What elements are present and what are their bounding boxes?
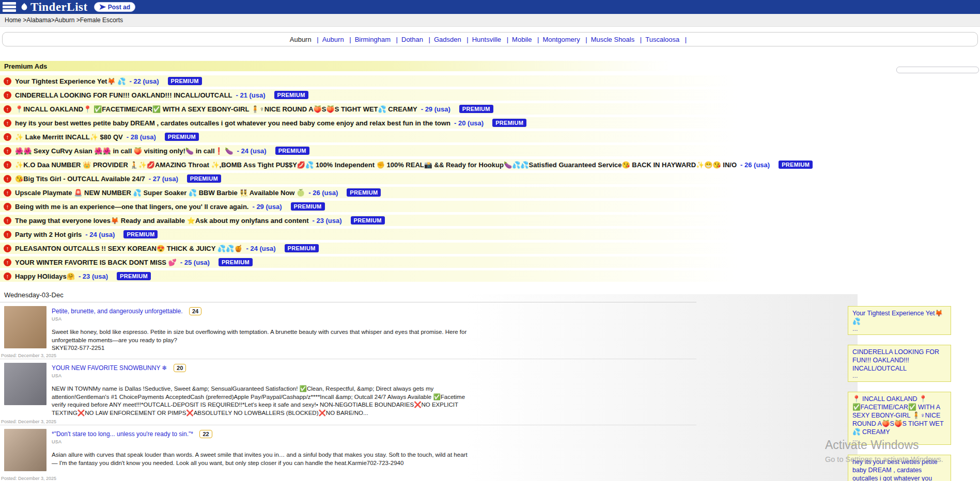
premium-badge: PREMIUM — [492, 119, 526, 127]
city-item: Gadsden | — [434, 36, 472, 43]
premium-ad-row[interactable]: ↑ YOUR WINTER FAVORITE IS BACK DONT MISS… — [0, 256, 806, 268]
premium-ad-row[interactable]: ↑ 😘Big Tits Girl - OUTCALL Available 24/… — [0, 173, 806, 184]
premium-ad-age: - 23 (usa) — [79, 272, 108, 280]
listing-contact: SKYE702-577-2251 — [52, 345, 473, 351]
bump-up-icon: ↑ — [4, 189, 11, 197]
bump-up-icon: ↑ — [4, 272, 11, 280]
premium-ad-age: - 24 (usa) — [246, 245, 275, 252]
city-separator: | — [349, 36, 351, 43]
premium-ad-row[interactable]: ↑ 🌺🌺 Sexy CuRvy Asian 🌺🌺 in call 🍑 visit… — [0, 145, 806, 156]
listing-thumbnail[interactable] — [4, 363, 46, 405]
listing-item: *"Don't stare too long... unless you're … — [0, 425, 696, 481]
bump-up-icon: ↑ — [4, 119, 11, 127]
city-link[interactable]: Auburn — [290, 36, 312, 43]
premium-ad-title[interactable]: ✨K.O Daa NUMBER 👑 PROVIDER 🧎✨💋AMAZING Th… — [15, 161, 737, 169]
premium-ad-row[interactable]: ↑ Being with me is an experience—one tha… — [0, 201, 806, 212]
sidebar-ad-ellipsis: ... — [852, 326, 946, 333]
premium-ad-title[interactable]: Upscale Playmate 🚨 NEW NUMBER 💦 Super So… — [15, 189, 305, 197]
city-link[interactable]: Montgomery — [542, 36, 580, 43]
premium-ad-title[interactable]: YOUR WINTER FAVORITE IS BACK DONT MISS 💕 — [15, 259, 177, 266]
premium-ad-row[interactable]: ↑ 📍INCALL OAKLAND📍 ✅FACETIME/CAR✅ WITH A… — [0, 103, 806, 115]
premium-ad-row[interactable]: ↑ hey its your best wettes petite baby D… — [0, 117, 806, 129]
city-item: Auburn | — [322, 36, 355, 43]
premium-badge: PREMIUM — [459, 105, 493, 113]
city-link[interactable]: Huntsville — [472, 36, 501, 43]
premium-ad-row[interactable]: ↑ Happy HOlidays🤗 - 23 (usa) PREMIUM — [0, 270, 806, 282]
bump-up-icon: ↑ — [4, 245, 11, 252]
premium-ad-title[interactable]: Happy HOlidays🤗 — [15, 272, 75, 280]
sidebar-ad-card[interactable]: Your Tightest Experience Yet🦊 💦 ... — [848, 306, 951, 335]
city-link[interactable]: Birmingham — [355, 36, 391, 43]
premium-section-header: Premium Ads — [0, 61, 806, 71]
city-link[interactable]: Tuscaloosa — [645, 36, 679, 43]
premium-ad-title[interactable]: Your Tightest Experience Yet🦊 💦 — [15, 77, 126, 85]
premium-ad-row[interactable]: ↑ CINDERELLA LOOKING FOR FUN!!! OAKLAND!… — [0, 89, 806, 101]
premium-ad-title[interactable]: Being with me is an experience—one that … — [15, 203, 248, 211]
premium-ad-title[interactable]: ✨ Lake Merritt INCALL✨ $80 QV — [15, 133, 123, 141]
premium-badge: PREMIUM — [168, 77, 202, 85]
date-header: Wednesday-03-Dec — [0, 289, 696, 302]
sidebar-ad-card[interactable]: hey its your best wettes petite baby DRE… — [848, 455, 951, 481]
listing-title-link[interactable]: *"Don't stare too long... unless you're … — [52, 430, 193, 438]
listing-title-link[interactable]: YOUR NEW FAVORITE SNOWBUNNY ❄ — [52, 364, 167, 372]
sidebar-ad-title[interactable]: hey its your best wettes petite baby DRE… — [852, 458, 946, 481]
bump-up-icon: ↑ — [4, 133, 11, 141]
premium-ad-title[interactable]: 😘Big Tits Girl - OUTCALL Available 24/7 — [15, 175, 145, 183]
city-separator: | — [507, 36, 508, 43]
premium-ad-row[interactable]: ↑ The pawg that everyone loves🦊 Ready an… — [0, 215, 806, 226]
premium-ad-title[interactable]: hey its your best wettes petite baby DRE… — [15, 119, 450, 127]
listing-location: USA — [52, 439, 473, 444]
premium-ad-title[interactable]: CINDERELLA LOOKING FOR FUN!!! OAKLAND!!!… — [15, 91, 232, 99]
premium-ad-title[interactable]: 📍INCALL OAKLAND📍 ✅FACETIME/CAR✅ WITH A S… — [15, 105, 417, 113]
listing-item: YOUR NEW FAVORITE SNOWBUNNY ❄ 20 USA NEW… — [0, 359, 696, 425]
premium-ad-age: - 27 (usa) — [149, 175, 178, 183]
premium-ad-row[interactable]: ↑ PLEASANTON OUTCALLS !! SEXY KOREAN😍 TH… — [0, 243, 806, 254]
breadcrumb-bar: Home >Alabama>Auburn >Female Escorts — [0, 14, 980, 27]
premium-ad-title[interactable]: The pawg that everyone loves🦊 Ready and … — [15, 217, 308, 225]
premium-ad-row[interactable]: ↑ ✨K.O Daa NUMBER 👑 PROVIDER 🧎✨💋AMAZING … — [0, 159, 806, 170]
sidebar-ad-card[interactable]: CINDERELLA LOOKING FOR FUN!!! OAKLAND!!!… — [848, 345, 951, 382]
listing-title-row: *"Don't stare too long... unless you're … — [52, 429, 473, 438]
city-link[interactable]: Mobile — [512, 36, 532, 43]
bump-up-icon: ↑ — [4, 259, 11, 266]
premium-ad-age: - 21 (usa) — [236, 91, 266, 99]
sidebar-ad-card[interactable]: 📍 INCALL OAKLAND 📍 ✅FACETIME/CAR✅ WITH A… — [848, 392, 951, 445]
sidebar-ad-title[interactable]: CINDERELLA LOOKING FOR FUN!!! OAKLAND!!!… — [852, 348, 946, 373]
sidebar-ad-ellipsis: ... — [852, 373, 946, 380]
premium-ad-row[interactable]: ↑ ✨ Lake Merritt INCALL✨ $80 QV - 28 (us… — [0, 131, 806, 142]
listing-thumbnail[interactable] — [4, 429, 46, 471]
city-item: Montgomery | — [542, 36, 590, 43]
listing-title-row: Petite, brunette, and dangerously unforg… — [52, 306, 473, 315]
site-logo[interactable]: TinderList — [19, 1, 88, 13]
listing-title-link[interactable]: Petite, brunette, and dangerously unforg… — [52, 308, 183, 315]
bump-up-icon: ↑ — [4, 77, 11, 85]
city-item: Birmingham | — [355, 36, 401, 43]
city-separator: | — [429, 36, 430, 43]
city-link[interactable]: Gadsden — [434, 36, 461, 43]
listing-thumbnail[interactable] — [4, 306, 46, 348]
listing-description: Asian allure with curves that speak loud… — [52, 451, 473, 467]
post-ad-button[interactable]: Post ad — [94, 2, 135, 12]
posted-date: Posted: December 3, 2025 — [1, 476, 56, 481]
premium-ad-row[interactable]: ↑ Your Tightest Experience Yet🦊 💦 - 22 (… — [0, 75, 806, 87]
sidebar-ad-title[interactable]: Your Tightest Experience Yet🦊 💦 — [852, 309, 946, 326]
horizontal-scrollbar[interactable] — [896, 67, 979, 73]
menu-icon[interactable] — [3, 2, 16, 12]
premium-ad-title[interactable]: PLEASANTON OUTCALLS !! SEXY KOREAN😍 THIC… — [15, 245, 242, 252]
premium-ad-title[interactable]: 🌺🌺 Sexy CuRvy Asian 🌺🌺 in call 🍑 visitin… — [15, 147, 234, 155]
premium-ad-row[interactable]: ↑ Party with 2 Hot girls - 24 (usa) PREM… — [0, 229, 806, 240]
premium-ad-row[interactable]: ↑ Upscale Playmate 🚨 NEW NUMBER 💦 Super … — [0, 187, 806, 198]
premium-section-title: Premium Ads — [4, 62, 47, 70]
city-separator: | — [585, 36, 587, 43]
premium-badge: PREMIUM — [187, 174, 221, 183]
city-link[interactable]: Auburn — [322, 36, 344, 43]
city-link[interactable]: Dothan — [401, 36, 423, 43]
city-separator: | — [537, 36, 539, 43]
sidebar-ad-title[interactable]: 📍 INCALL OAKLAND 📍 ✅FACETIME/CAR✅ WITH A… — [852, 395, 946, 436]
city-link[interactable]: Muscle Shoals — [591, 36, 635, 43]
age-badge: 20 — [174, 364, 186, 372]
premium-ad-title[interactable]: Party with 2 Hot girls — [15, 231, 82, 238]
top-navbar: TinderList Post ad — [0, 0, 980, 14]
premium-badge: PREMIUM — [123, 230, 158, 238]
breadcrumb[interactable]: Home >Alabama>Auburn >Female Escorts — [5, 17, 123, 24]
